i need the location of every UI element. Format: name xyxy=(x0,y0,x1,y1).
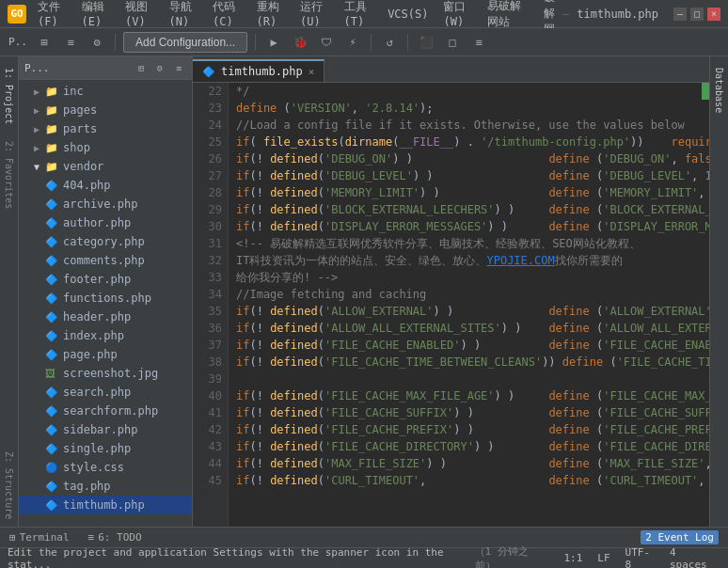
code-content[interactable]: */ define ('VERSION', '2.8.14'); //Load … xyxy=(229,83,709,527)
statusbar-time: （1 分钟之前） xyxy=(475,544,546,569)
tree-item-tag[interactable]: 🔷 tag.php xyxy=(19,477,192,496)
statusbar-position[interactable]: 1:1 xyxy=(560,552,586,564)
code-line-37: if(! defined('FILE_CACHE_ENABLED') ) def… xyxy=(236,337,709,354)
tab-close-button[interactable]: × xyxy=(309,66,315,78)
vcs-button[interactable]: ↺ xyxy=(379,32,400,53)
tree-item-inc[interactable]: ▶ 📁 inc xyxy=(19,82,192,101)
tree-item-functions[interactable]: 🔷 functions.php xyxy=(19,289,192,308)
menu-edit[interactable]: 编辑(E) xyxy=(78,0,115,30)
tree-item-404[interactable]: 🔷 404.php xyxy=(19,176,192,195)
coverage-button[interactable]: 🛡 xyxy=(316,32,337,53)
tree-item-category[interactable]: 🔷 category.php xyxy=(19,232,192,251)
tree-item-searchform[interactable]: 🔷 searchform.php xyxy=(19,402,192,420)
layout-button[interactable]: □ xyxy=(442,32,463,53)
code-line-24: //Load a config file if it exists. Other… xyxy=(236,117,709,134)
tree-item-vendor[interactable]: ▼ 📁 vendor xyxy=(19,157,192,176)
run-button[interactable]: ▶ xyxy=(263,32,284,53)
menu-vcs[interactable]: VCS(S) xyxy=(384,6,432,23)
code-line-29: if(! defined('BLOCK_EXTERNAL_LEECHERS') … xyxy=(236,201,709,218)
folder-icon: 📁 xyxy=(45,123,60,135)
project-gear-icon[interactable]: ⚙ xyxy=(152,60,167,75)
menu-refactor[interactable]: 重构(R) xyxy=(253,0,290,30)
tab-timthumb[interactable]: 🔷 timthumb.php × xyxy=(193,59,324,82)
bottom-tab-bar: ⊞ Terminal ≡ 6: TODO 2 Event Log xyxy=(0,527,728,547)
statusbar-indent[interactable]: 4 spaces xyxy=(666,546,720,569)
settings-icon[interactable]: ≡ xyxy=(60,32,81,53)
tree-item-style[interactable]: 🔵 style.css xyxy=(19,458,192,477)
tree-item-search[interactable]: 🔷 search.php xyxy=(19,383,192,402)
menu-file[interactable]: 文件(F) xyxy=(34,0,71,30)
project-icon[interactable]: P.. xyxy=(8,32,28,53)
tree-item-index[interactable]: 🔷 index.php xyxy=(19,326,192,345)
menu-window[interactable]: 窗口(W) xyxy=(439,0,476,30)
sidebar-item-project[interactable]: 1: Project xyxy=(4,60,14,132)
statusbar-encoding[interactable]: UTF-8 xyxy=(622,546,658,569)
code-line-30: if(! defined('DISPLAY_ERROR_MESSAGES') )… xyxy=(236,218,709,235)
bookmark-icon[interactable]: ⊞ xyxy=(34,32,55,53)
jpg-file-icon: 🖼 xyxy=(45,368,60,380)
tree-item-parts[interactable]: ▶ 📁 parts xyxy=(19,119,192,138)
sidebar-item-favorites[interactable]: 2: Favorites xyxy=(4,134,14,216)
php-file-icon: 🔷 xyxy=(45,198,60,211)
terminal-tab-label: Terminal xyxy=(20,531,70,544)
add-configuration-button[interactable]: Add Configuration... xyxy=(123,32,247,53)
project-collapse-icon[interactable]: ≡ xyxy=(171,60,186,75)
project-sync-icon[interactable]: ⊞ xyxy=(134,60,149,75)
debug-button[interactable]: 🐞 xyxy=(290,32,310,53)
menu-nav[interactable]: 导航(N) xyxy=(166,0,202,30)
css-file-icon: 🔵 xyxy=(45,462,60,474)
code-line-41: if(! defined('FILE_CACHE_SUFFIX') ) defi… xyxy=(236,404,709,421)
code-editor: 22 23 24 25 26 27 28 29 30 31 32 33 34 3… xyxy=(193,83,709,527)
code-line-36: if(! defined('ALLOW_ALL_EXTERNAL_SITES')… xyxy=(236,320,709,337)
menu-tools[interactable]: 工具(T) xyxy=(340,0,377,30)
close-button[interactable]: × xyxy=(707,8,720,21)
php-file-icon: 🔷 xyxy=(45,217,60,229)
code-line-34: //Image fetching and caching xyxy=(236,286,709,303)
menu-run[interactable]: 运行(U) xyxy=(296,0,333,30)
folder-icon: 📁 xyxy=(45,104,60,117)
tree-item-single[interactable]: 🔷 single.php xyxy=(19,439,192,458)
code-line-25: if( file_exists(dirname(__FILE__) . '/ti… xyxy=(236,134,709,150)
minimize-button[interactable]: — xyxy=(673,8,687,21)
title-bar: GO 文件(F) 编辑(E) 视图(V) 导航(N) 代码(C) 重构(R) 运… xyxy=(0,0,728,28)
php-file-icon: 🔷 xyxy=(45,330,60,342)
todo-tab[interactable]: ≡ 6: TODO xyxy=(79,528,151,548)
statusbar-line-ending[interactable]: LF xyxy=(593,552,613,564)
tree-item-page[interactable]: 🔷 page.php xyxy=(19,345,192,364)
todo-icon: ≡ xyxy=(88,531,95,544)
tree-item-comments[interactable]: 🔷 comments.php xyxy=(19,251,192,270)
menu-site[interactable]: 易破解网站 xyxy=(483,0,529,32)
sidebar-item-structure[interactable]: Z: Structure xyxy=(4,444,14,527)
tree-item-shop[interactable]: ▶ 📁 shop xyxy=(19,138,192,157)
tree-item-archive[interactable]: 🔷 archive.php xyxy=(19,195,192,213)
terminal-button[interactable]: ⬛ xyxy=(416,32,436,53)
tab-label: timthumb.php xyxy=(221,65,303,78)
todo-tab-label: 6: TODO xyxy=(98,531,141,544)
code-line-27: if(! defined('DEBUG_LEVEL') ) define ('D… xyxy=(236,167,709,184)
menu-code[interactable]: 代码(C) xyxy=(209,0,245,30)
sidebar-item-database[interactable]: Database xyxy=(714,60,724,120)
terminal-tab[interactable]: ⊞ Terminal xyxy=(0,528,79,548)
code-line-38: if(! defined('FILE_CACHE_TIME_BETWEEN_CL… xyxy=(236,354,709,371)
tree-item-author[interactable]: 🔷 author.php xyxy=(19,213,192,232)
profiler-button[interactable]: ⚡ xyxy=(342,32,363,53)
tree-item-screenshot[interactable]: 🖼 screenshot.jpg xyxy=(19,364,192,383)
code-line-31: <!-- 易破解精选互联网优秀软件分享、电脑技术、经验教程、SEO网站化教程、 xyxy=(236,235,709,252)
code-line-35: if(! defined('ALLOW_EXTERNAL') ) define … xyxy=(236,303,709,320)
config-settings-icon[interactable]: ⚙ xyxy=(87,32,107,53)
folder-icon: 📁 xyxy=(45,86,60,98)
tab-php-icon: 🔷 xyxy=(202,66,215,78)
maximize-button[interactable]: □ xyxy=(690,8,704,21)
separator-3 xyxy=(371,34,372,51)
tree-item-header[interactable]: 🔷 header.php xyxy=(19,308,192,326)
terminal-icon: ⊞ xyxy=(9,531,16,544)
separator-2 xyxy=(255,34,256,51)
tree-item-timthumb[interactable]: 🔷 timthumb.php xyxy=(19,496,192,514)
tree-item-footer[interactable]: 🔷 footer.php xyxy=(19,270,192,289)
tree-item-pages[interactable]: ▶ 📁 pages xyxy=(19,101,192,119)
menu-button[interactable]: ≡ xyxy=(468,32,489,53)
expand-arrow: ▶ xyxy=(34,87,45,97)
event-log-tab[interactable]: 2 Event Log xyxy=(631,528,728,548)
menu-view[interactable]: 视图(V) xyxy=(121,0,158,30)
tree-item-sidebar[interactable]: 🔷 sidebar.php xyxy=(19,420,192,439)
